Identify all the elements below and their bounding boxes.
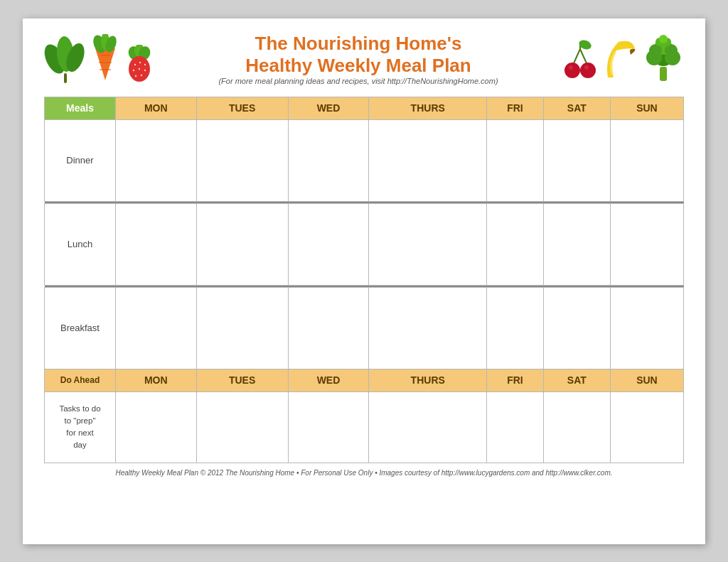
svg-point-28 xyxy=(569,65,573,70)
tasks-row: Tasks to doto "prep"for nextday xyxy=(45,391,684,463)
svg-point-19 xyxy=(139,67,140,69)
do-ahead-label-cell: Do Ahead xyxy=(45,369,116,391)
header-wed: WED xyxy=(288,97,369,119)
lunch-fri[interactable] xyxy=(487,203,543,285)
lunch-thurs[interactable] xyxy=(369,203,487,285)
carrot-icon xyxy=(90,34,122,84)
do-ahead-header-row: Do Ahead MON TUES WED THURS FRI SAT SUN xyxy=(45,369,684,391)
svg-rect-31 xyxy=(660,67,667,81)
do-ahead-sun: SUN xyxy=(610,369,683,391)
svg-line-23 xyxy=(574,49,580,63)
header-center: The Nourishing Home's Healthy Weekly Mea… xyxy=(154,33,562,85)
leafy-green-icon xyxy=(44,34,87,84)
footer: Healthy Weekly Meal Plan © 2012 The Nour… xyxy=(44,469,684,477)
header-tues: TUES xyxy=(196,97,288,119)
page: The Nourishing Home's Healthy Weekly Mea… xyxy=(23,18,705,544)
header-fri: FRI xyxy=(487,97,543,119)
svg-point-15 xyxy=(134,63,136,65)
tasks-mon[interactable] xyxy=(116,391,197,463)
breakfast-sun[interactable] xyxy=(610,287,683,369)
svg-marker-4 xyxy=(95,48,115,80)
do-ahead-thurs: THURS xyxy=(369,369,487,391)
header-thurs: THURS xyxy=(369,97,487,119)
dinner-tues[interactable] xyxy=(196,119,288,201)
meal-plan-table: Meals MON TUES WED THURS FRI SAT SUN Din… xyxy=(44,97,684,463)
svg-point-18 xyxy=(133,69,134,70)
svg-point-21 xyxy=(135,75,136,76)
tasks-thurs[interactable] xyxy=(369,391,487,463)
svg-point-16 xyxy=(139,61,141,63)
lunch-tues[interactable] xyxy=(196,203,288,285)
tasks-sun[interactable] xyxy=(610,391,683,463)
svg-point-29 xyxy=(580,63,596,78)
svg-point-17 xyxy=(144,63,146,65)
dinner-thurs[interactable] xyxy=(369,119,487,201)
svg-point-27 xyxy=(564,63,580,78)
subtitle: (For more meal planning ideas and recipe… xyxy=(154,77,562,85)
title-line1: The Nourishing Home's xyxy=(154,33,562,55)
svg-rect-3 xyxy=(64,73,67,83)
breakfast-thurs[interactable] xyxy=(369,287,487,369)
lunch-wed[interactable] xyxy=(288,203,369,285)
breakfast-label: Breakfast xyxy=(45,287,116,369)
lunch-mon[interactable] xyxy=(116,203,197,285)
breakfast-row: Breakfast xyxy=(45,287,684,369)
lunch-row: Lunch xyxy=(45,203,684,285)
dinner-mon[interactable] xyxy=(116,119,197,201)
broccoli-icon xyxy=(643,35,684,83)
breakfast-tues[interactable] xyxy=(196,287,288,369)
footer-text: Healthy Weekly Meal Plan © 2012 The Nour… xyxy=(115,469,612,477)
header: The Nourishing Home's Healthy Weekly Mea… xyxy=(44,33,684,92)
tasks-sat[interactable] xyxy=(543,391,610,463)
meals-label-cell: Meals xyxy=(45,97,116,119)
left-icons xyxy=(44,34,154,84)
lunch-sun[interactable] xyxy=(610,203,683,285)
do-ahead-mon: MON xyxy=(116,369,197,391)
svg-point-20 xyxy=(144,69,146,70)
do-ahead-tues: TUES xyxy=(196,369,288,391)
dinner-sat[interactable] xyxy=(543,119,610,201)
strawberry-icon xyxy=(124,45,154,84)
svg-line-24 xyxy=(580,49,587,63)
dinner-fri[interactable] xyxy=(487,119,543,201)
do-ahead-fri: FRI xyxy=(487,369,543,391)
cherries-icon xyxy=(562,35,598,83)
lunch-label: Lunch xyxy=(45,203,116,285)
dinner-wed[interactable] xyxy=(288,119,369,201)
svg-point-30 xyxy=(584,65,589,70)
header-mon: MON xyxy=(116,97,197,119)
tasks-wed[interactable] xyxy=(288,391,369,463)
tasks-tues[interactable] xyxy=(196,391,288,463)
right-icons xyxy=(562,35,684,83)
tasks-label: Tasks to doto "prep"for nextday xyxy=(45,391,116,463)
svg-point-22 xyxy=(141,74,142,75)
tasks-fri[interactable] xyxy=(487,391,543,463)
breakfast-fri[interactable] xyxy=(487,287,543,369)
lunch-sat[interactable] xyxy=(543,203,610,285)
header-sat: SAT xyxy=(543,97,610,119)
dinner-sun[interactable] xyxy=(610,119,683,201)
header-sun: SUN xyxy=(610,97,683,119)
title-line2: Healthy Weekly Meal Plan xyxy=(154,55,562,77)
breakfast-mon[interactable] xyxy=(116,287,197,369)
svg-point-40 xyxy=(659,35,668,43)
breakfast-sat[interactable] xyxy=(543,287,610,369)
dinner-label: Dinner xyxy=(45,119,116,201)
banana-icon xyxy=(601,35,640,83)
breakfast-wed[interactable] xyxy=(288,287,369,369)
dinner-row: Dinner xyxy=(45,119,684,201)
header-row: Meals MON TUES WED THURS FRI SAT SUN xyxy=(45,97,684,119)
do-ahead-wed: WED xyxy=(288,369,369,391)
do-ahead-sat: SAT xyxy=(543,369,610,391)
